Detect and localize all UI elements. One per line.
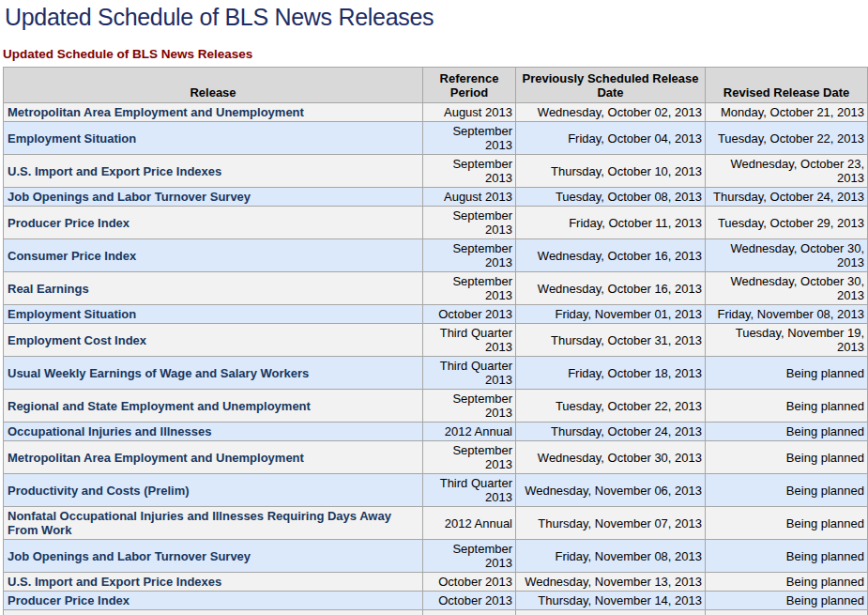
reference-period-cell: Third Quarter 2013 xyxy=(423,324,516,357)
table-row: Real EarningsSeptember 2013Wednesday, Oc… xyxy=(4,272,868,305)
previously-scheduled-date-cell: Thursday, October 10, 2013 xyxy=(516,155,706,188)
table-row: Producer Price IndexOctober 2013Thursday… xyxy=(4,592,868,610)
revised-release-date-cell: Being planned xyxy=(706,423,868,441)
release-cell: Productivity and Costs (Prelim) xyxy=(4,474,423,507)
previously-scheduled-date-cell: Friday, October 04, 2013 xyxy=(516,122,706,155)
release-cell: Metropolitan Area Employment and Unemplo… xyxy=(4,441,423,474)
previously-scheduled-date-cell: Wednesday, October 02, 2013 xyxy=(516,103,706,122)
previously-scheduled-date-cell: Tuesday, October 22, 2013 xyxy=(516,390,706,423)
table-row: Job Openings and Labor Turnover SurveyAu… xyxy=(4,188,868,207)
table-row: Job Openings and Labor Turnover SurveySe… xyxy=(4,540,868,573)
table-row: Metropolitan Area Employment and Unemplo… xyxy=(4,103,868,122)
revised-release-date-cell: Being planned xyxy=(706,610,868,615)
release-cell: Consumer Price Index xyxy=(4,610,423,615)
revised-release-date-cell: Tuesday, October 22, 2013 xyxy=(706,122,868,155)
revised-release-date-cell: Being planned xyxy=(706,592,868,610)
col-header-release: Release xyxy=(4,68,423,103)
revised-release-date-cell: Friday, November 08, 2013 xyxy=(706,305,868,324)
reference-period-cell: September 2013 xyxy=(423,441,516,474)
table-row: Regional and State Employment and Unempl… xyxy=(4,390,868,423)
table-row: Employment SituationOctober 2013Friday, … xyxy=(4,305,868,324)
table-header: Release Reference Period Previously Sche… xyxy=(4,68,868,103)
previously-scheduled-date-cell: Thursday, November 14, 2013 xyxy=(516,592,706,610)
col-header-reference-period: Reference Period xyxy=(423,68,516,103)
reference-period-cell: September 2013 xyxy=(423,390,516,423)
previously-scheduled-date-cell: Thursday, November 07, 2013 xyxy=(516,507,706,540)
release-cell: Consumer Price Index xyxy=(4,239,423,272)
revised-release-date-cell: Tuesday, October 29, 2013 xyxy=(706,207,868,239)
previously-scheduled-date-cell: Wednesday, October 16, 2013 xyxy=(516,239,706,272)
reference-period-cell: August 2013 xyxy=(423,103,516,122)
col-header-previously-scheduled-date: Previously Scheduled Release Date xyxy=(516,68,706,103)
revised-release-date-cell: Being planned xyxy=(706,540,868,573)
reference-period-cell: October 2013 xyxy=(423,610,516,615)
reference-period-cell: October 2013 xyxy=(423,592,516,610)
release-cell: Employment Cost Index xyxy=(4,324,423,357)
reference-period-cell: September 2013 xyxy=(423,207,516,239)
table-row: Usual Weekly Earnings of Wage and Salary… xyxy=(4,357,868,390)
reference-period-cell: October 2013 xyxy=(423,305,516,324)
previously-scheduled-date-cell: Wednesday, October 16, 2013 xyxy=(516,272,706,305)
release-cell: Job Openings and Labor Turnover Survey xyxy=(4,540,423,573)
reference-period-cell: September 2013 xyxy=(423,122,516,155)
previously-scheduled-date-cell: Wednesday, October 30, 2013 xyxy=(516,441,706,474)
previously-scheduled-date-cell: Friday, October 18, 2013 xyxy=(516,357,706,390)
release-cell: Nonfatal Occupational Injuries and Illne… xyxy=(4,507,423,540)
table-row: U.S. Import and Export Price IndexesSept… xyxy=(4,155,868,188)
reference-period-cell: October 2013 xyxy=(423,573,516,592)
col-header-revised-release-date: Revised Release Date xyxy=(706,68,868,103)
release-cell: Employment Situation xyxy=(4,122,423,155)
table-row: Producer Price IndexSeptember 2013Friday… xyxy=(4,207,868,239)
revised-release-date-cell: Tuesday, November 19, 2013 xyxy=(706,324,868,357)
page: Updated Schedule of BLS News Releases Up… xyxy=(0,0,868,615)
reference-period-cell: September 2013 xyxy=(423,272,516,305)
table-row: Occupational Injuries and Illnesses2012 … xyxy=(4,423,868,441)
section-heading: Updated Schedule of BLS News Releases xyxy=(3,47,866,61)
previously-scheduled-date-cell: Friday, October 11, 2013 xyxy=(516,207,706,239)
previously-scheduled-date-cell: Tuesday, October 08, 2013 xyxy=(516,188,706,207)
table-row: Consumer Price IndexOctober 2013Friday, … xyxy=(4,610,868,615)
reference-period-cell: September 2013 xyxy=(423,155,516,188)
previously-scheduled-date-cell: Thursday, October 24, 2013 xyxy=(516,423,706,441)
table-body: Metropolitan Area Employment and Unemplo… xyxy=(4,103,868,615)
previously-scheduled-date-cell: Wednesday, November 06, 2013 xyxy=(516,474,706,507)
reference-period-cell: Third Quarter 2013 xyxy=(423,357,516,390)
bls-release-schedule-table: Release Reference Period Previously Sche… xyxy=(3,67,868,615)
page-title: Updated Schedule of BLS News Releases xyxy=(5,4,866,31)
table-row: Consumer Price IndexSeptember 2013Wednes… xyxy=(4,239,868,272)
release-cell: Regional and State Employment and Unempl… xyxy=(4,390,423,423)
previously-scheduled-date-cell: Friday, November 08, 2013 xyxy=(516,540,706,573)
revised-release-date-cell: Being planned xyxy=(706,390,868,423)
table-row: Metropolitan Area Employment and Unemplo… xyxy=(4,441,868,474)
release-cell: Producer Price Index xyxy=(4,207,423,239)
release-cell: U.S. Import and Export Price Indexes xyxy=(4,573,423,592)
release-cell: Employment Situation xyxy=(4,305,423,324)
revised-release-date-cell: Being planned xyxy=(706,474,868,507)
release-cell: Producer Price Index xyxy=(4,592,423,610)
table-row: Employment Cost IndexThird Quarter 2013T… xyxy=(4,324,868,357)
reference-period-cell: 2012 Annual xyxy=(423,507,516,540)
revised-release-date-cell: Wednesday, October 23, 2013 xyxy=(706,155,868,188)
reference-period-cell: September 2013 xyxy=(423,239,516,272)
reference-period-cell: September 2013 xyxy=(423,540,516,573)
reference-period-cell: Third Quarter 2013 xyxy=(423,474,516,507)
release-cell: Real Earnings xyxy=(4,272,423,305)
revised-release-date-cell: Monday, October 21, 2013 xyxy=(706,103,868,122)
table-row: Nonfatal Occupational Injuries and Illne… xyxy=(4,507,868,540)
table-row: Employment SituationSeptember 2013Friday… xyxy=(4,122,868,155)
revised-release-date-cell: Being planned xyxy=(706,357,868,390)
release-cell: Job Openings and Labor Turnover Survey xyxy=(4,188,423,207)
release-cell: Occupational Injuries and Illnesses xyxy=(4,423,423,441)
revised-release-date-cell: Being planned xyxy=(706,441,868,474)
table-row: U.S. Import and Export Price IndexesOcto… xyxy=(4,573,868,592)
previously-scheduled-date-cell: Friday, November 01, 2013 xyxy=(516,305,706,324)
previously-scheduled-date-cell: Wednesday, November 13, 2013 xyxy=(516,573,706,592)
revised-release-date-cell: Thursday, October 24, 2013 xyxy=(706,188,868,207)
revised-release-date-cell: Being planned xyxy=(706,573,868,592)
release-cell: Usual Weekly Earnings of Wage and Salary… xyxy=(4,357,423,390)
release-cell: Metropolitan Area Employment and Unemplo… xyxy=(4,103,423,122)
reference-period-cell: August 2013 xyxy=(423,188,516,207)
reference-period-cell: 2012 Annual xyxy=(423,423,516,441)
release-cell: U.S. Import and Export Price Indexes xyxy=(4,155,423,188)
revised-release-date-cell: Wednesday, October 30, 2013 xyxy=(706,272,868,305)
